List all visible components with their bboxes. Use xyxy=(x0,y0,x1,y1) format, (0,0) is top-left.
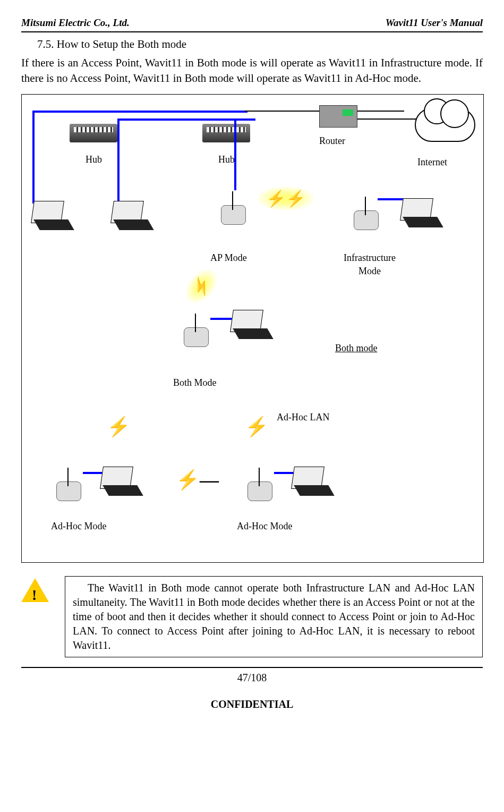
wireless-signal-icon: ⚡⚡ xyxy=(255,185,316,212)
warning-text: The Wavit11 in Both mode cannot operate … xyxy=(73,582,475,651)
header-right: Wavit11 User's Manual xyxy=(386,16,483,30)
adhoc-mode-label-right: Ad-Hoc Mode xyxy=(237,520,292,533)
both-mode-label: Both Mode xyxy=(173,376,217,390)
wireless-signal-icon: ⚡― xyxy=(176,467,219,493)
wavit-icon xyxy=(181,318,213,347)
laptop-icon xyxy=(232,310,274,339)
internet-label: Internet xyxy=(417,156,447,169)
laptop-icon xyxy=(112,201,155,230)
warning-box: The Wavit11 in Both mode cannot operate … xyxy=(65,576,483,657)
hub-icon xyxy=(70,124,117,142)
hub-icon xyxy=(202,124,250,142)
wavit-icon xyxy=(218,196,250,225)
hub-label: Hub xyxy=(86,153,102,166)
wireless-signal-icon: ⚡ xyxy=(245,413,269,440)
adhoc-mode-label-left: Ad-Hoc Mode xyxy=(51,520,106,533)
wireless-signal-icon: ⚡ xyxy=(107,413,131,440)
infra-mode-label2: Mode xyxy=(332,265,407,278)
intro-paragraph: If there is an Access Point, Wavit11 in … xyxy=(21,55,483,87)
cloud-icon xyxy=(415,108,475,142)
router-label: Router xyxy=(319,134,345,148)
router-icon xyxy=(319,105,357,128)
adhoc-lan-label: Ad-Hoc LAN xyxy=(277,411,329,424)
warning-icon xyxy=(21,578,49,602)
wavit-icon xyxy=(54,472,86,501)
infra-mode-label: Infrastructure xyxy=(332,251,407,265)
laptop-icon xyxy=(101,467,144,496)
hub-label: Hub xyxy=(218,153,235,166)
page-number: 47/108 xyxy=(21,667,483,685)
both-mode-underline-label: Both mode xyxy=(335,342,378,355)
wavit-icon xyxy=(245,472,277,501)
laptop-icon xyxy=(32,201,75,230)
laptop-icon xyxy=(402,198,444,227)
header-left: Mitsumi Electric Co., Ltd. xyxy=(21,16,130,30)
wavit-icon xyxy=(351,201,383,230)
network-diagram: Hub Hub Router Internet AP Mode ⚡⚡ Infra… xyxy=(21,94,484,563)
page-header: Mitsumi Electric Co., Ltd. Wavit11 User'… xyxy=(21,16,483,32)
confidential-label: CONFIDENTIAL xyxy=(21,697,483,712)
section-heading: 7.5. How to Setup the Both mode xyxy=(37,37,483,52)
laptop-icon xyxy=(293,467,335,496)
ap-mode-label: AP Mode xyxy=(210,251,247,265)
wireless-signal-icon: ⚡ xyxy=(178,262,225,310)
